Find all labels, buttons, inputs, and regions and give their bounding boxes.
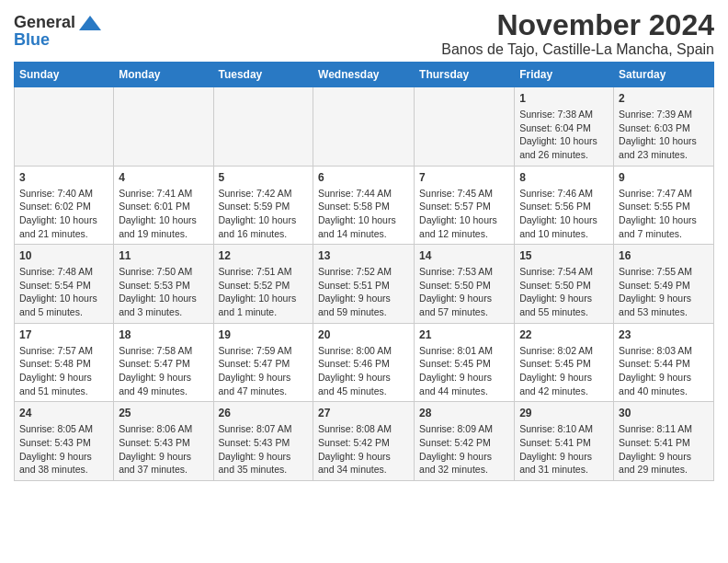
day-number: 15	[519, 248, 609, 264]
cell-info: Daylight: 9 hours and 42 minutes.	[519, 371, 609, 397]
cell-info: Daylight: 9 hours and 47 minutes.	[219, 371, 309, 397]
cell-info: Sunrise: 7:40 AM	[19, 187, 108, 201]
day-number: 6	[318, 170, 409, 186]
cell-info: Daylight: 9 hours and 32 minutes.	[419, 450, 509, 477]
cell-info: Daylight: 9 hours and 38 minutes.	[19, 450, 108, 477]
cell-info: Daylight: 10 hours and 26 minutes.	[519, 134, 609, 161]
cell-info: Sunset: 6:03 PM	[619, 121, 709, 135]
day-number: 1	[519, 91, 609, 107]
cell-info: Sunset: 5:47 PM	[219, 357, 309, 371]
day-number: 14	[419, 248, 509, 264]
page-subtitle: Banos de Tajo, Castille-La Mancha, Spain	[441, 41, 714, 58]
cell-info: Sunrise: 8:11 AM	[619, 422, 709, 436]
cell-info: Sunrise: 7:46 AM	[519, 187, 609, 201]
cell-info: Sunset: 5:55 PM	[619, 200, 709, 213]
calendar-week-2: 3Sunrise: 7:40 AMSunset: 6:02 PMDaylight…	[15, 166, 714, 245]
header-day-sunday: Sunday	[15, 63, 114, 87]
cell-info: Sunset: 6:02 PM	[19, 200, 108, 213]
day-number: 9	[619, 170, 709, 186]
logo: General Blue	[14, 13, 103, 50]
cell-info: Sunrise: 8:01 AM	[419, 344, 509, 358]
cell-info: Sunset: 5:43 PM	[219, 436, 309, 450]
cell-info: Daylight: 9 hours and 40 minutes.	[619, 371, 709, 397]
calendar-week-5: 24Sunrise: 8:05 AMSunset: 5:43 PMDayligh…	[15, 402, 714, 481]
calendar-cell: 20Sunrise: 8:00 AMSunset: 5:46 PMDayligh…	[313, 323, 415, 402]
svg-marker-0	[79, 16, 101, 30]
cell-info: Sunset: 5:43 PM	[19, 436, 108, 450]
header-day-saturday: Saturday	[614, 63, 714, 87]
cell-info: Daylight: 9 hours and 34 minutes.	[318, 450, 409, 477]
calendar-cell: 13Sunrise: 7:52 AMSunset: 5:51 PMDayligh…	[313, 245, 415, 324]
calendar-cell: 14Sunrise: 7:53 AMSunset: 5:50 PMDayligh…	[415, 245, 515, 324]
calendar-cell: 29Sunrise: 8:10 AMSunset: 5:41 PMDayligh…	[515, 402, 614, 481]
cell-info: Sunset: 6:04 PM	[519, 121, 609, 135]
cell-info: Sunset: 5:57 PM	[419, 200, 509, 213]
cell-info: Sunrise: 7:58 AM	[119, 344, 208, 358]
cell-info: Sunset: 5:56 PM	[519, 200, 609, 213]
cell-info: Sunset: 5:59 PM	[219, 200, 309, 213]
day-number: 10	[19, 248, 108, 264]
day-number: 13	[318, 248, 409, 264]
cell-info: Daylight: 9 hours and 59 minutes.	[318, 292, 409, 318]
title-block: November 2024 Banos de Tajo, Castille-La…	[441, 9, 714, 58]
day-number: 18	[119, 327, 208, 343]
page-header: General Blue November 2024 Banos de Tajo…	[14, 9, 714, 58]
calendar-cell: 6Sunrise: 7:44 AMSunset: 5:58 PMDaylight…	[313, 166, 415, 245]
calendar-cell: 2Sunrise: 7:39 AMSunset: 6:03 PMDaylight…	[614, 87, 714, 167]
day-number: 26	[219, 406, 309, 421]
cell-info: Sunrise: 8:02 AM	[519, 344, 609, 358]
calendar-cell: 28Sunrise: 8:09 AMSunset: 5:42 PMDayligh…	[415, 402, 515, 481]
day-number: 5	[219, 170, 309, 186]
logo-general-text: General	[14, 13, 75, 32]
cell-info: Sunset: 5:52 PM	[219, 279, 309, 293]
cell-info: Sunrise: 7:57 AM	[19, 344, 108, 358]
cell-info: Daylight: 9 hours and 35 minutes.	[219, 450, 309, 477]
calendar-cell: 10Sunrise: 7:48 AMSunset: 5:54 PMDayligh…	[15, 245, 114, 324]
cell-info: Daylight: 9 hours and 29 minutes.	[619, 450, 709, 477]
cell-info: Sunrise: 7:54 AM	[519, 265, 609, 279]
cell-info: Sunset: 6:01 PM	[119, 200, 208, 213]
calendar-cell: 24Sunrise: 8:05 AMSunset: 5:43 PMDayligh…	[15, 402, 114, 481]
day-number: 12	[219, 248, 309, 264]
page-title: November 2024	[441, 9, 714, 41]
cell-info: Sunrise: 8:03 AM	[619, 344, 709, 358]
day-number: 11	[119, 248, 208, 264]
cell-info: Sunrise: 7:59 AM	[219, 344, 309, 358]
cell-info: Daylight: 10 hours and 3 minutes.	[119, 292, 208, 318]
cell-info: Sunrise: 7:41 AM	[119, 187, 208, 201]
cell-info: Sunrise: 7:52 AM	[318, 265, 409, 279]
cell-info: Daylight: 9 hours and 37 minutes.	[119, 450, 208, 477]
cell-info: Sunset: 5:49 PM	[619, 279, 709, 293]
day-number: 23	[619, 327, 709, 343]
day-number: 16	[619, 248, 709, 264]
cell-info: Sunrise: 7:39 AM	[619, 108, 709, 121]
cell-info: Daylight: 9 hours and 45 minutes.	[318, 371, 409, 397]
calendar-cell	[415, 87, 515, 167]
day-number: 8	[519, 170, 609, 186]
calendar-header: SundayMondayTuesdayWednesdayThursdayFrid…	[15, 63, 714, 87]
cell-info: Daylight: 10 hours and 21 minutes.	[19, 213, 108, 240]
calendar-week-4: 17Sunrise: 7:57 AMSunset: 5:48 PMDayligh…	[15, 323, 714, 402]
cell-info: Sunrise: 8:00 AM	[318, 344, 409, 358]
cell-info: Sunrise: 7:50 AM	[119, 265, 208, 279]
calendar-cell: 26Sunrise: 8:07 AMSunset: 5:43 PMDayligh…	[213, 402, 313, 481]
calendar-cell: 25Sunrise: 8:06 AMSunset: 5:43 PMDayligh…	[114, 402, 213, 481]
cell-info: Daylight: 10 hours and 14 minutes.	[318, 213, 409, 240]
cell-info: Sunrise: 7:38 AM	[519, 108, 609, 121]
day-number: 24	[19, 406, 108, 421]
cell-info: Sunset: 5:51 PM	[318, 279, 409, 293]
cell-info: Daylight: 9 hours and 55 minutes.	[519, 292, 609, 318]
cell-info: Sunset: 5:42 PM	[318, 436, 409, 450]
header-day-friday: Friday	[515, 63, 614, 87]
calendar-cell: 16Sunrise: 7:55 AMSunset: 5:49 PMDayligh…	[614, 245, 714, 324]
cell-info: Sunrise: 7:45 AM	[419, 187, 509, 201]
cell-info: Sunrise: 8:06 AM	[119, 422, 208, 436]
day-number: 17	[19, 327, 108, 343]
calendar-cell	[114, 87, 213, 167]
cell-info: Sunrise: 7:48 AM	[19, 265, 108, 279]
day-number: 3	[19, 170, 108, 186]
calendar-cell: 12Sunrise: 7:51 AMSunset: 5:52 PMDayligh…	[213, 245, 313, 324]
cell-info: Sunset: 5:47 PM	[119, 357, 208, 371]
cell-info: Sunset: 5:43 PM	[119, 436, 208, 450]
calendar-cell	[15, 87, 114, 167]
